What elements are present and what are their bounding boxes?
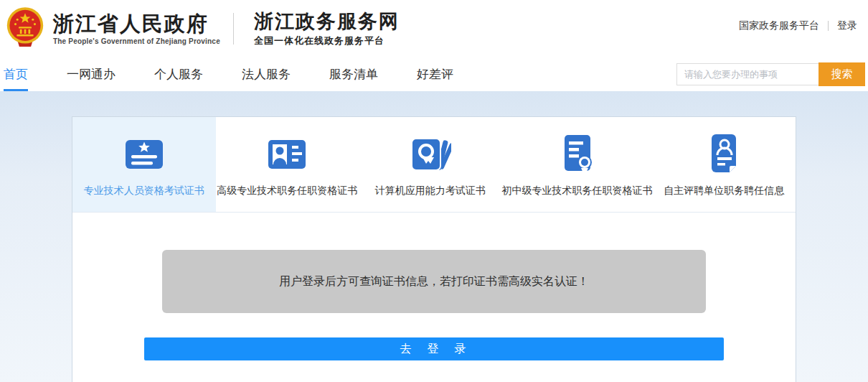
government-subtitle: The People's Government of Zhejiang Prov… xyxy=(53,37,220,45)
nav-item-one-stop[interactable]: 一网通办 xyxy=(67,57,115,91)
government-title-block: 浙江省人民政府 The People's Government of Zheji… xyxy=(53,12,220,45)
page-background: 专业技术人员资格考试证书 高级专业技术职务任职资格证书 xyxy=(0,91,868,382)
tab-professional-exam-certificate[interactable]: 专业技术人员资格考试证书 xyxy=(72,117,216,212)
portal-subtitle: 全国一体化在线政务服务平台 xyxy=(254,34,400,47)
id-card-icon xyxy=(266,132,308,175)
person-document-icon xyxy=(703,132,745,175)
header-links-separator xyxy=(828,21,829,31)
nav-item-home[interactable]: 首页 xyxy=(4,57,28,91)
nav-search: 搜索 xyxy=(676,57,865,91)
nav-item-service-list[interactable]: 服务清单 xyxy=(329,57,378,91)
tab-label: 高级专业技术职务任职资格证书 xyxy=(217,185,357,197)
certificate-tabs: 专业技术人员资格考试证书 高级专业技术职务任职资格证书 xyxy=(72,117,796,213)
main-nav: 首页 一网通办 个人服务 法人服务 服务清单 好差评 搜索 xyxy=(0,57,868,91)
tab-computer-skill-certificate[interactable]: 计算机应用能力考试证书 xyxy=(359,117,502,212)
document-award-icon xyxy=(557,132,598,175)
go-login-button[interactable]: 去 登 录 xyxy=(144,337,724,360)
tab-label: 计算机应用能力考试证书 xyxy=(375,185,486,197)
tab-label: 专业技术人员资格考试证书 xyxy=(84,185,204,197)
tab-junior-mid-professional-title-certificate[interactable]: 初中级专业技术职务任职资格证书 xyxy=(502,117,653,212)
header-links: 国家政务服务平台 登录 xyxy=(739,19,857,32)
nav-item-feedback[interactable]: 好差评 xyxy=(417,57,453,91)
national-platform-link[interactable]: 国家政务服务平台 xyxy=(739,19,819,32)
search-input[interactable] xyxy=(676,63,819,85)
certificate-star-icon xyxy=(123,132,165,175)
government-title: 浙江省人民政府 xyxy=(53,12,220,36)
header-divider xyxy=(233,13,234,45)
certificate-panel: 专业技术人员资格考试证书 高级专业技术职务任职资格证书 xyxy=(72,116,796,382)
nav-item-legal-services[interactable]: 法人服务 xyxy=(242,57,291,91)
login-notice-text: 用户登录后方可查询证书信息，若打印证书需高级实名认证！ xyxy=(279,274,589,289)
search-button[interactable]: 搜索 xyxy=(819,62,865,86)
national-emblem-icon xyxy=(6,6,44,52)
tab-self-evaluation-appointment-info[interactable]: 自主评聘单位职务聘任信息 xyxy=(653,117,796,212)
tab-senior-professional-title-certificate[interactable]: 高级专业技术职务任职资格证书 xyxy=(216,117,359,212)
tab-label: 自主评聘单位职务聘任信息 xyxy=(664,185,784,197)
tab-label: 初中级专业技术职务任职资格证书 xyxy=(502,185,653,197)
login-notice-box: 用户登录后方可查询证书信息，若打印证书需高级实名认证！ xyxy=(162,250,706,313)
nav-item-personal-services[interactable]: 个人服务 xyxy=(154,57,203,91)
login-link[interactable]: 登录 xyxy=(837,19,857,32)
medal-card-icon xyxy=(410,132,451,175)
go-login-button-label: 去 登 录 xyxy=(400,342,468,357)
portal-title: 浙江政务服务网 xyxy=(254,10,400,32)
portal-title-block: 浙江政务服务网 全国一体化在线政务服务平台 xyxy=(254,10,400,47)
site-header: 浙江省人民政府 The People's Government of Zheji… xyxy=(0,0,868,57)
